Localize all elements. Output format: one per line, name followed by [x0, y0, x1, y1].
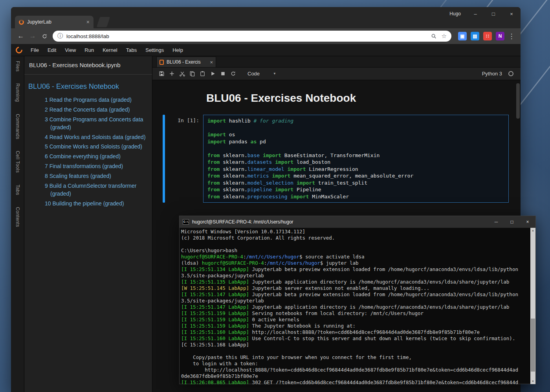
terminal-line: http://localhost:8888/?token=cdd6b46d8ce…	[181, 367, 530, 373]
stop-button[interactable]	[218, 69, 228, 79]
notebook-tab[interactable]: BLU06 - Exercis ×	[156, 57, 216, 67]
terminal-line: C:\Users\hugor>bash	[181, 247, 530, 254]
sidebar-tab[interactable]: Cell Tools	[15, 151, 20, 173]
kernel-name[interactable]: Python 3	[482, 71, 502, 77]
menu-item[interactable]: Kernel	[98, 45, 122, 55]
add-cell-button[interactable]	[167, 69, 177, 79]
terminal-scrollbar[interactable]: ▲ ▼	[530, 228, 535, 384]
browser-titlebar[interactable]: JupyterLab × Hugo – □ ×	[11, 7, 521, 28]
minimize-button[interactable]: –	[466, 7, 484, 20]
cut-cells-button[interactable]	[177, 69, 187, 79]
close-button[interactable]: ×	[502, 7, 521, 20]
sidebar-tab[interactable]: Contents	[15, 207, 20, 227]
cell-prompt: In [1]:	[165, 115, 203, 203]
code-line	[207, 125, 504, 132]
toc-item[interactable]: 6 Combine everything (graded)	[28, 153, 149, 161]
reload-button[interactable]	[38, 30, 50, 42]
terminal-line	[181, 241, 530, 247]
tab-close-icon[interactable]: ×	[86, 19, 90, 25]
new-tab-button[interactable]	[97, 17, 110, 27]
terminal-line: [I 15:25:51.147 LabApp] JupyterLab beta …	[181, 291, 530, 298]
toc-item[interactable]: 1 Read the Programs data (graded)	[28, 96, 149, 104]
toc-panel: BLU06 - Exercises Notebook.ipynb BLU06 -…	[24, 56, 152, 392]
address-bar[interactable]: ⓘ localhost:8888/lab ☆	[53, 31, 451, 42]
toc-item[interactable]: 3 Combine Programs and Concerts data (gr…	[28, 116, 149, 132]
save-button[interactable]	[156, 69, 167, 79]
menu-item[interactable]: View	[60, 45, 80, 55]
sidebar-tab[interactable]: Commands	[15, 114, 20, 139]
terminal-line: (ldsa) hugorcf@SURFACE-PRO-4:/mnt/c/User…	[181, 260, 530, 266]
extension-book-icon[interactable]: ▤	[471, 32, 479, 40]
menu-item[interactable]: Help	[168, 45, 187, 55]
profile-name[interactable]: Hugo	[449, 11, 461, 16]
terminal-title: hugorcf@SURFACE-PRO-4: /mnt/c/Users/hugo…	[192, 219, 488, 225]
markdown-cell[interactable]: BLU06 - Exercises Notebook	[163, 92, 509, 104]
code-line: from sklearn.preprocessing import MinMax…	[207, 193, 504, 200]
terminal-minimize-button[interactable]: ─	[488, 216, 504, 228]
toc-item[interactable]: 2 Read the Concerts data (graded)	[28, 106, 149, 114]
jupyter-favicon-icon	[19, 20, 24, 25]
maximize-button[interactable]: □	[484, 7, 502, 20]
code-line: from sklearn.base import BaseEstimator, …	[207, 152, 504, 159]
copy-cells-button[interactable]	[187, 69, 197, 79]
terminal-close-button[interactable]: ×	[520, 216, 535, 228]
notebook-scrollbar[interactable]	[516, 83, 520, 119]
extension-onenote-icon[interactable]: N	[496, 32, 504, 40]
toc-item[interactable]: 9 Build a ColumnSelector transformer (gr…	[28, 182, 149, 198]
toc-item[interactable]: 7 Final transformations (graded)	[28, 163, 149, 170]
terminal-titlebar[interactable]: C:\ hugorcf@SURFACE-PRO-4: /mnt/c/Users/…	[180, 216, 535, 228]
cell-type-dropdown[interactable]: Code ▼	[248, 71, 276, 77]
forward-button[interactable]: →	[27, 30, 38, 42]
back-button[interactable]: ←	[15, 30, 27, 42]
menu-item[interactable]: Run	[80, 45, 98, 55]
notebook-tab-close-icon[interactable]: ×	[210, 59, 213, 65]
toc-item[interactable]: 5 Combine Works and Soloists (graded)	[28, 143, 149, 151]
terminal-window: C:\ hugorcf@SURFACE-PRO-4: /mnt/c/Users/…	[179, 216, 536, 384]
url-text[interactable]: localhost:8888/lab	[66, 33, 426, 39]
scroll-up-icon[interactable]: ▲	[530, 228, 535, 233]
menu-item[interactable]: Settings	[141, 45, 168, 55]
menu-item[interactable]: Edit	[43, 45, 60, 55]
zoom-icon[interactable]	[431, 33, 437, 39]
menu-item[interactable]: File	[26, 45, 43, 55]
paste-icon	[200, 71, 205, 77]
bookmark-star-icon[interactable]: ☆	[442, 33, 447, 40]
scissors-icon	[179, 71, 185, 77]
toc-item[interactable]: 8 Scaling features (graded)	[28, 172, 149, 180]
terminal-maximize-button[interactable]: □	[504, 216, 520, 228]
extension-blue-icon[interactable]: ▣	[458, 32, 467, 40]
scroll-down-icon[interactable]: ▼	[530, 379, 535, 384]
terminal-output[interactable]: Microsoft Windows [Version 10.0.17134.11…	[181, 228, 530, 384]
scroll-thumb[interactable]	[531, 319, 535, 372]
site-info-icon[interactable]: ⓘ	[57, 33, 63, 40]
sidebar-tab[interactable]: Files	[15, 61, 20, 71]
extension-red-icon[interactable]: ∷	[483, 32, 492, 40]
terminal-line: [C 15:25:51.168 LabApp]	[181, 342, 530, 348]
restart-kernel-button[interactable]	[228, 69, 238, 79]
code-editor[interactable]: import hashlib # for grading import osim…	[203, 115, 509, 203]
browser-tab[interactable]: JupyterLab ×	[15, 16, 94, 28]
code-cell[interactable]: In [1]: import hashlib # for grading imp…	[163, 115, 509, 203]
toc-item[interactable]: 10 Building the pipeline (graded)	[28, 200, 149, 208]
toc-item[interactable]: 4 Read Works and Soloists data (graded)	[28, 134, 149, 141]
reload-icon	[42, 33, 48, 39]
toc-list: 1 Read the Programs data (graded)2 Read …	[24, 96, 152, 208]
paste-cells-button[interactable]	[197, 69, 207, 79]
refresh-icon	[230, 71, 236, 77]
run-button[interactable]	[207, 69, 218, 79]
code-line: import pandas as pd	[207, 138, 504, 145]
browser-menu-button[interactable]: ⋮	[506, 32, 517, 40]
jupyter-logo-icon	[15, 45, 24, 55]
notebook-title: BLU06 - Exercises Notebook	[203, 92, 356, 104]
terminal-line: Microsoft Windows [Version 10.0.17134.11…	[181, 229, 530, 235]
toc-title[interactable]: BLU06 - Exercises Notebook	[28, 82, 148, 91]
panel-header: BLU06 - Exercises Notebook.ipynb	[24, 56, 152, 75]
sidebar-tab[interactable]: Running	[15, 83, 20, 102]
terminal-line: [I 15:25:51.159 LabApp] The Jupyter Note…	[181, 323, 530, 329]
menu-item[interactable]: Tabs	[122, 45, 141, 55]
sidebar-tab[interactable]: Tabs	[15, 185, 20, 195]
terminal-line: 3.5/site-packages/jupyterlab	[181, 273, 530, 279]
code-line: from sklearn.datasets import load_boston	[207, 159, 504, 166]
terminal-line	[181, 348, 530, 354]
cmd-icon: C:\	[183, 219, 189, 225]
